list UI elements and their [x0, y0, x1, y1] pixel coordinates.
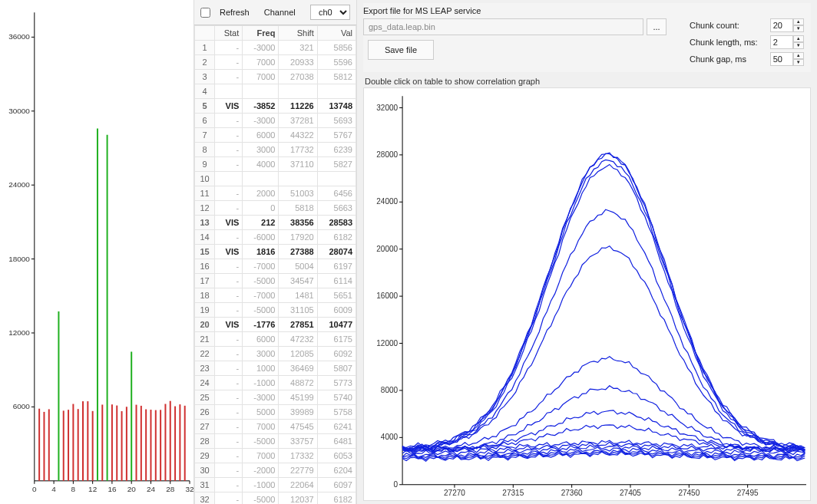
export-title: Export file for MS LEAP service — [363, 6, 811, 15]
table-row[interactable]: 9-4000371105827 — [195, 157, 356, 172]
svg-text:6000: 6000 — [13, 402, 31, 410]
table-row[interactable]: 21-6000472326175 — [195, 332, 356, 347]
svg-text:28000: 28000 — [376, 150, 398, 159]
chunk-count-spin[interactable]: ▲▼ — [770, 18, 804, 32]
svg-text:0: 0 — [393, 480, 398, 489]
bar-chart: 6000120001800024000300003600004812162024… — [0, 0, 194, 504]
table-row[interactable]: 32--5000120376182 — [195, 492, 356, 505]
table-row[interactable]: 3-7000270385812 — [195, 70, 356, 84]
table-row[interactable]: 28--5000337576481 — [195, 434, 356, 449]
svg-text:12000: 12000 — [8, 328, 30, 337]
table-row[interactable]: 19--5000311056009 — [195, 303, 356, 318]
svg-text:27315: 27315 — [502, 489, 524, 497]
table-row[interactable]: 6--3000372815693 — [195, 114, 356, 128]
svg-text:27405: 27405 — [620, 489, 641, 497]
svg-text:12: 12 — [88, 485, 98, 493]
chunk-gap-spin[interactable]: ▲▼ — [770, 52, 804, 66]
table-row[interactable]: 11-2000510036456 — [195, 186, 356, 201]
col-shift: Shift — [279, 26, 317, 41]
col-idx — [195, 26, 215, 41]
table-row[interactable]: 16--700050046197 — [195, 259, 356, 274]
table-row[interactable]: 13VIS2123835628583 — [195, 216, 356, 230]
svg-text:27360: 27360 — [561, 489, 583, 497]
table-row[interactable]: 25--3000451995740 — [195, 390, 356, 405]
data-table-panel: Refresh Channel ch0 Stat Freq Shift Val … — [194, 0, 357, 504]
table-row[interactable]: 29-7000173326053 — [195, 449, 356, 463]
col-freq: Freq — [243, 26, 279, 41]
svg-text:16: 16 — [108, 485, 117, 493]
table-row[interactable]: 1--30003215856 — [195, 41, 356, 55]
browse-button[interactable]: ... — [647, 18, 666, 35]
svg-text:0: 0 — [32, 485, 37, 493]
bar-chart-panel: 6000120001800024000300003600004812162024… — [0, 0, 194, 504]
svg-text:16000: 16000 — [376, 292, 398, 300]
export-params: Chunk count: ▲▼ Chunk length, ms: ▲▼ Chu… — [690, 18, 804, 66]
save-file-button[interactable]: Save file — [368, 40, 434, 60]
svg-text:30000: 30000 — [8, 107, 30, 115]
table-row[interactable]: 15VIS18162738828074 — [195, 245, 356, 259]
correlation-chart: 0400080001200016000200002400028000320002… — [364, 88, 810, 500]
chunk-gap-label: Chunk gap, ms — [690, 54, 758, 64]
correlation-chart-panel: 0400080001200016000200002400028000320002… — [363, 87, 811, 501]
svg-text:32: 32 — [185, 485, 194, 493]
table-row[interactable]: 4 — [195, 84, 356, 99]
table-row[interactable]: 22-3000120856092 — [195, 347, 356, 361]
table-row[interactable]: 14--6000179206182 — [195, 230, 356, 245]
svg-text:27270: 27270 — [444, 489, 465, 497]
export-path-input[interactable] — [363, 18, 643, 35]
export-box: Export file for MS LEAP service ... Save… — [363, 3, 811, 72]
svg-text:36000: 36000 — [8, 32, 30, 41]
svg-text:27450: 27450 — [678, 489, 700, 497]
table-row[interactable]: 24--1000488725773 — [195, 376, 356, 390]
svg-text:32000: 32000 — [376, 103, 398, 111]
col-val: Val — [317, 26, 356, 41]
col-stat: Stat — [215, 26, 243, 41]
svg-text:24: 24 — [147, 485, 156, 493]
table-row[interactable]: 23-1000364695807 — [195, 361, 356, 376]
svg-text:20: 20 — [127, 485, 137, 493]
data-table[interactable]: Stat Freq Shift Val 1--300032158562-7000… — [194, 25, 356, 504]
channel-select[interactable]: ch0 — [310, 5, 350, 20]
chart-hint: Double click on table to show correlatio… — [365, 77, 811, 86]
chunk-length-label: Chunk length, ms: — [690, 38, 758, 47]
svg-text:18000: 18000 — [8, 255, 30, 263]
right-panel: Export file for MS LEAP service ... Save… — [357, 0, 817, 504]
svg-text:4: 4 — [51, 485, 56, 493]
svg-text:20000: 20000 — [376, 245, 398, 253]
table-row[interactable]: 8-3000177326239 — [195, 143, 356, 157]
channel-label: Channel — [256, 8, 304, 17]
table-row[interactable]: 17--5000345476114 — [195, 274, 356, 288]
svg-text:27495: 27495 — [737, 489, 759, 497]
table-row[interactable]: 7-6000443225767 — [195, 128, 356, 143]
table-row[interactable]: 12-058185663 — [195, 201, 356, 216]
svg-text:4000: 4000 — [381, 433, 399, 441]
svg-text:28: 28 — [166, 485, 175, 493]
table-row[interactable]: 10 — [195, 172, 356, 186]
refresh-label: Refresh — [220, 8, 250, 17]
table-row[interactable]: 30--2000227796204 — [195, 463, 356, 478]
table-row[interactable]: 2-7000209335596 — [195, 55, 356, 70]
chunk-count-label: Chunk count: — [690, 21, 758, 30]
svg-text:8: 8 — [71, 485, 76, 493]
table-row[interactable]: 27-7000475456241 — [195, 420, 356, 434]
table-row[interactable]: 18--700014815651 — [195, 288, 356, 303]
svg-text:12000: 12000 — [376, 339, 398, 348]
svg-text:24000: 24000 — [8, 180, 30, 189]
table-row[interactable]: 5VIS-38521122613748 — [195, 99, 356, 114]
chunk-length-spin[interactable]: ▲▼ — [770, 35, 804, 49]
table-row[interactable]: 20VIS-17762785110477 — [195, 318, 356, 332]
refresh-checkbox[interactable] — [200, 8, 210, 18]
table-row[interactable]: 31--1000220646097 — [195, 478, 356, 492]
table-row[interactable]: 26-5000399895758 — [195, 405, 356, 420]
svg-text:8000: 8000 — [381, 386, 399, 394]
svg-text:24000: 24000 — [376, 197, 398, 206]
